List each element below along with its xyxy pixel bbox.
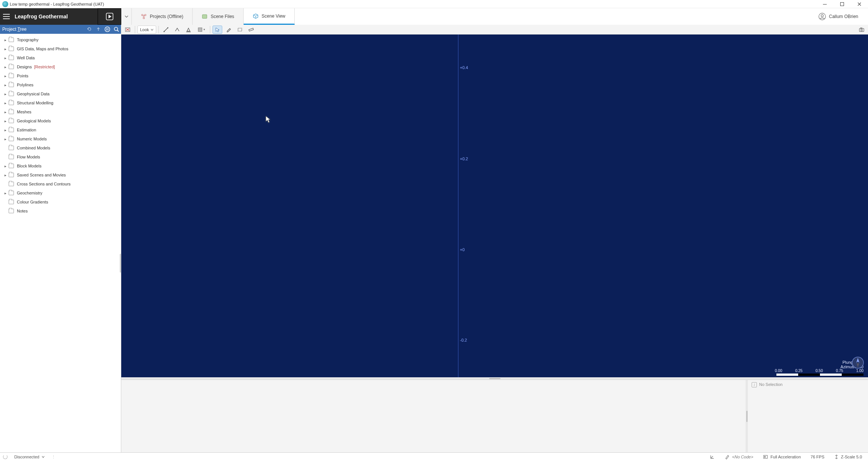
tree-item-label: Cross Sections and Contours (17, 182, 71, 186)
tab-scene-files[interactable]: Scene Files (193, 8, 244, 25)
connection-status[interactable]: Disconnected (11, 455, 48, 459)
rectangle-select-button[interactable] (235, 26, 245, 34)
expander-icon: ▸ (3, 155, 8, 159)
expander-icon[interactable]: ▸ (3, 119, 8, 123)
tree-item[interactable]: ▸Polylines (0, 80, 121, 89)
tree-item[interactable]: ▸Designs[Restricted] (0, 62, 121, 71)
tree-item[interactable]: ▸Points (0, 71, 121, 80)
expander-icon[interactable]: ▸ (3, 47, 8, 51)
expander-icon[interactable]: ▸ (3, 92, 8, 96)
tree-pause-button[interactable] (103, 25, 112, 34)
look-dropdown[interactable]: Look (137, 26, 156, 34)
tree-item[interactable]: ▸Geophysical Data (0, 89, 121, 98)
tab-projects[interactable]: Projects (Offline) (132, 8, 193, 25)
bounding-box-dropdown[interactable]: ▾ (195, 26, 208, 34)
draw-line-button[interactable] (161, 26, 171, 34)
folder-icon (9, 92, 14, 96)
expander-icon[interactable]: ▸ (3, 83, 8, 87)
tree-item[interactable]: ▸Colour Gradients (0, 197, 121, 206)
run-button[interactable] (98, 8, 121, 25)
tree-item[interactable]: ▸Flow Models (0, 152, 121, 161)
shape-list-panel[interactable] (121, 380, 746, 452)
svg-rect-25 (860, 28, 862, 29)
project-tree-title: Project Tree (2, 27, 27, 32)
tree-item[interactable]: ▸GIS Data, Maps and Photos (0, 44, 121, 53)
ruler-button[interactable] (246, 26, 256, 34)
select-tool-button[interactable] (212, 26, 222, 34)
tree-item[interactable]: ▸Topography (0, 35, 121, 44)
tree-item-label: Points (17, 74, 29, 78)
svg-rect-22 (249, 28, 254, 31)
projects-icon (141, 14, 147, 20)
tree-item[interactable]: ▸Notes (0, 206, 121, 215)
tree-item[interactable]: ▸Meshes (0, 107, 121, 116)
svg-point-19 (167, 27, 168, 28)
tree-item-label: Combined Models (17, 146, 50, 150)
expander-icon[interactable]: ▸ (3, 137, 8, 141)
tree-item[interactable]: ▸Well Data (0, 53, 121, 62)
tree-item[interactable]: ▸Geochemistry (0, 188, 121, 197)
tree-item[interactable]: ▸Combined Models (0, 143, 121, 152)
connection-icon (3, 455, 8, 459)
run-dropdown[interactable] (121, 8, 132, 25)
svg-rect-28 (764, 456, 766, 458)
close-button[interactable] (851, 0, 868, 8)
folder-icon (9, 173, 14, 177)
tree-refresh-button[interactable] (85, 25, 94, 34)
sidebar: Project Tree ▸Topography▸GIS Data, Maps … (0, 25, 121, 452)
tree-item-label: Well Data (17, 56, 35, 60)
maximize-button[interactable] (833, 0, 851, 8)
folder-icon (9, 110, 14, 114)
tree-item[interactable]: ▸Saved Scenes and Movies (0, 170, 121, 179)
folder-icon (9, 209, 14, 213)
expander-icon[interactable]: ▸ (3, 128, 8, 132)
acceleration-status[interactable]: Full Acceleration (760, 454, 804, 459)
folder-icon (9, 128, 14, 132)
compass-icon[interactable] (851, 356, 864, 369)
svg-rect-4 (3, 18, 10, 19)
no-selection-label: No Selection (759, 382, 782, 387)
tree-item[interactable]: ▸Estimation (0, 125, 121, 134)
draw-plane-button[interactable] (172, 26, 182, 34)
fps-status[interactable]: 76 FPS (808, 455, 827, 459)
tree-item[interactable]: ▸Cross Sections and Contours (0, 179, 121, 188)
tree-item[interactable]: ▸Numeric Models (0, 134, 121, 143)
expander-icon[interactable]: ▸ (3, 56, 8, 60)
tree-up-button[interactable] (94, 25, 103, 34)
tree-item-label: Geophysical Data (17, 92, 50, 96)
svg-rect-10 (202, 15, 207, 18)
tree-search-button[interactable] (112, 25, 121, 34)
axis-marker-button[interactable] (707, 454, 718, 459)
expander-icon[interactable]: ▸ (3, 74, 8, 78)
tab-scene-view[interactable]: Scene View (244, 8, 295, 25)
edit-tool-button[interactable] (224, 26, 234, 34)
folder-icon (9, 38, 14, 42)
screenshot-button[interactable] (857, 26, 866, 34)
svg-rect-21 (238, 28, 242, 31)
expander-icon[interactable]: ▸ (3, 101, 8, 105)
expander-icon[interactable]: ▸ (3, 173, 8, 177)
tree-item-label: Estimation (17, 128, 36, 132)
user-block[interactable]: Callum OBrien (818, 8, 868, 25)
expander-icon[interactable]: ▸ (3, 164, 8, 168)
expander-icon[interactable]: ▸ (3, 38, 8, 42)
zscale-status[interactable]: Z-Scale 5.0 (831, 454, 865, 459)
look-label: Look (140, 27, 149, 32)
tree-item-suffix: [Restricted] (34, 65, 55, 69)
scene-viewport[interactable]: +0.4 +0.2 +0 -0.2 Plunge +04 Azimuth 030… (121, 35, 868, 377)
expander-icon[interactable]: ▸ (3, 110, 8, 114)
menu-button[interactable] (0, 8, 12, 25)
tree-item[interactable]: ▸Structural Modelling (0, 98, 121, 107)
code-status[interactable]: <No Code> (722, 454, 756, 459)
clear-scene-button[interactable] (123, 26, 133, 34)
folder-icon (9, 146, 14, 150)
folder-icon (9, 200, 14, 204)
slicer-button[interactable] (184, 26, 193, 34)
tree-item[interactable]: ▸Geological Models (0, 116, 121, 125)
expander-icon[interactable]: ▸ (3, 65, 8, 69)
folder-icon (9, 137, 14, 141)
tree-item[interactable]: ▸Block Models (0, 161, 121, 170)
folder-icon (9, 101, 14, 105)
expander-icon[interactable]: ▸ (3, 191, 8, 195)
minimize-button[interactable] (816, 0, 833, 8)
